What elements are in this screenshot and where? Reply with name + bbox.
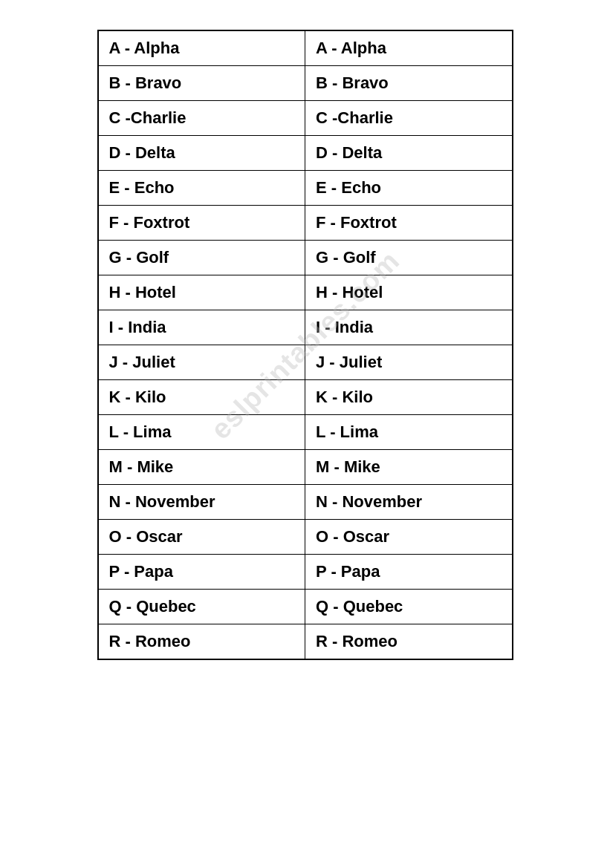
table-row: O - OscarO - Oscar	[98, 520, 513, 555]
table-row: P - PapaP - Papa	[98, 555, 513, 590]
cell-right: K - Kilo	[305, 380, 513, 415]
cell-right: L - Lima	[305, 415, 513, 450]
cell-right: O - Oscar	[305, 520, 513, 555]
cell-left: O - Oscar	[98, 520, 305, 555]
cell-right: M - Mike	[305, 450, 513, 485]
cell-right: H - Hotel	[305, 275, 513, 310]
table-row: G - GolfG - Golf	[98, 241, 513, 275]
table-row: H - HotelH - Hotel	[98, 275, 513, 310]
table-row: D - DeltaD - Delta	[98, 136, 513, 171]
cell-right: P - Papa	[305, 555, 513, 590]
cell-left: F - Foxtrot	[98, 206, 305, 241]
cell-right: F - Foxtrot	[305, 206, 513, 241]
table-row: A - AlphaA - Alpha	[98, 30, 513, 66]
cell-left: K - Kilo	[98, 380, 305, 415]
cell-right: N - November	[305, 485, 513, 520]
cell-right: C -Charlie	[305, 101, 513, 136]
cell-left: I - India	[98, 310, 305, 345]
table-row: B - BravoB - Bravo	[98, 66, 513, 101]
alphabet-table: A - AlphaA - AlphaB - BravoB - BravoC -C…	[97, 30, 513, 660]
cell-right: I - India	[305, 310, 513, 345]
table-row: R - RomeoR - Romeo	[98, 624, 513, 660]
table-container: eslprintables.com A - AlphaA - AlphaB - …	[97, 30, 513, 660]
cell-left: M - Mike	[98, 450, 305, 485]
cell-left: R - Romeo	[98, 624, 305, 660]
table-row: Q - QuebecQ - Quebec	[98, 590, 513, 624]
cell-right: Q - Quebec	[305, 590, 513, 624]
cell-left: D - Delta	[98, 136, 305, 171]
table-row: M - MikeM - Mike	[98, 450, 513, 485]
cell-left: B - Bravo	[98, 66, 305, 101]
cell-left: H - Hotel	[98, 275, 305, 310]
table-row: F - FoxtrotF - Foxtrot	[98, 206, 513, 241]
cell-right: G - Golf	[305, 241, 513, 275]
table-row: E - EchoE - Echo	[98, 171, 513, 206]
cell-left: G - Golf	[98, 241, 305, 275]
cell-right: A - Alpha	[305, 30, 513, 66]
table-row: C -CharlieC -Charlie	[98, 101, 513, 136]
cell-left: N - November	[98, 485, 305, 520]
table-row: J - JulietJ - Juliet	[98, 345, 513, 380]
cell-left: E - Echo	[98, 171, 305, 206]
cell-left: A - Alpha	[98, 30, 305, 66]
table-row: K - KiloK - Kilo	[98, 380, 513, 415]
cell-right: B - Bravo	[305, 66, 513, 101]
cell-right: D - Delta	[305, 136, 513, 171]
cell-right: J - Juliet	[305, 345, 513, 380]
table-row: L - LimaL - Lima	[98, 415, 513, 450]
cell-left: P - Papa	[98, 555, 305, 590]
cell-right: E - Echo	[305, 171, 513, 206]
table-row: I - IndiaI - India	[98, 310, 513, 345]
cell-left: L - Lima	[98, 415, 305, 450]
cell-left: C -Charlie	[98, 101, 305, 136]
table-row: N - NovemberN - November	[98, 485, 513, 520]
cell-left: J - Juliet	[98, 345, 305, 380]
cell-right: R - Romeo	[305, 624, 513, 660]
cell-left: Q - Quebec	[98, 590, 305, 624]
